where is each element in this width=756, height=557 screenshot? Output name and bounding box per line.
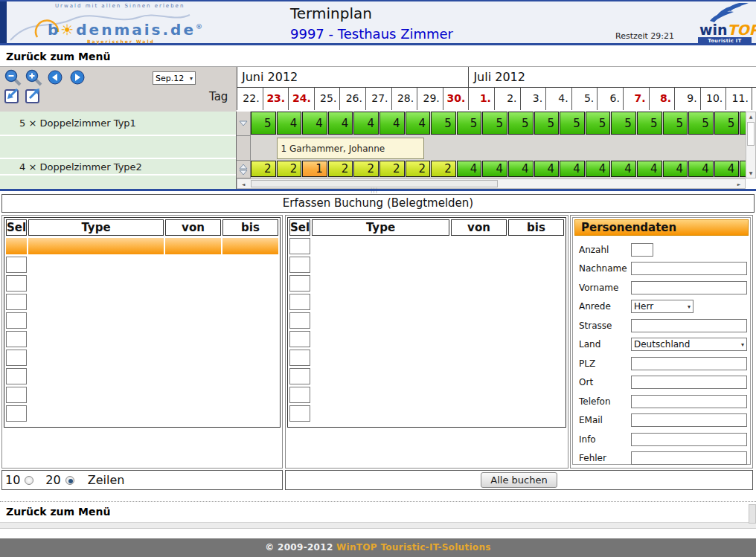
sel-checkbox[interactable] [6, 368, 27, 384]
availability-cell[interactable]: 4 [611, 161, 636, 177]
sel-checkbox[interactable] [6, 350, 27, 366]
back-to-menu-link[interactable]: Zurück zum Menü [6, 51, 110, 62]
availability-cell[interactable]: 5 [431, 112, 456, 135]
sel-checkbox[interactable] [289, 257, 310, 273]
sel-checkbox[interactable] [289, 350, 310, 366]
availability-cell[interactable]: 4 [688, 161, 714, 177]
sel-checkbox[interactable] [6, 312, 27, 329]
object-link[interactable]: 9997 - Testhaus Zimmer [290, 26, 453, 42]
strasse-input[interactable] [631, 319, 747, 332]
availability-cell[interactable]: 5 [637, 112, 662, 135]
availability-cell[interactable]: 2 [431, 161, 456, 177]
availability-cell[interactable]: 5 [560, 112, 585, 135]
expand-view-icon[interactable] [25, 86, 42, 107]
availability-cell[interactable]: 2 [406, 161, 431, 177]
availability-cell[interactable]: 2 [353, 161, 379, 177]
sel-checkbox[interactable] [6, 275, 27, 292]
booking-bar[interactable]: 1 Garhammer, Johanne [277, 138, 425, 159]
availability-cell[interactable]: 5 [457, 112, 482, 135]
availability-cell[interactable]: 4 [482, 161, 507, 177]
availability-cell[interactable]: 5 [663, 112, 688, 135]
selected-row-cell[interactable] [222, 238, 278, 254]
sel-checkbox[interactable] [289, 275, 310, 292]
availability-cell[interactable]: 1 [302, 161, 327, 177]
zeilen-radio-20[interactable] [65, 476, 74, 485]
availability-cell[interactable]: 4 [663, 161, 688, 177]
availability-cell[interactable]: 5 [740, 112, 746, 135]
expand-rows-icon[interactable] [237, 161, 251, 178]
sel-checkbox[interactable] [6, 257, 27, 273]
anrede-select[interactable]: Herr▾ [631, 300, 693, 313]
scroll-up-icon[interactable]: ▲ [746, 112, 755, 120]
period-select[interactable]: Sep.12 ▾ [153, 71, 196, 85]
sel-checkbox[interactable] [6, 294, 27, 310]
availability-cell[interactable]: 5 [482, 112, 507, 135]
vertical-scrollbar-thumb[interactable] [747, 122, 755, 146]
selected-row-cell[interactable] [6, 238, 27, 254]
company-link[interactable]: WinTOP Touristic-IT-Solutions [336, 542, 491, 553]
sel-checkbox[interactable] [289, 387, 310, 403]
wintop-wordmark: winTOP [699, 22, 756, 38]
sel-checkbox[interactable] [6, 405, 27, 422]
scroll-down-icon[interactable]: ▼ [746, 169, 755, 177]
nachname-input[interactable] [631, 262, 747, 275]
back-to-menu-link-bottom[interactable]: Zurück zum Menü [6, 506, 110, 518]
sel-checkbox[interactable] [289, 312, 310, 329]
availability-cell[interactable]: 4 [302, 112, 327, 135]
availability-cell[interactable]: 2 [277, 161, 302, 177]
telefon-input[interactable] [631, 395, 747, 408]
scroll-right-icon[interactable]: ► [734, 179, 743, 189]
ort-input[interactable] [631, 376, 747, 389]
availability-cell[interactable]: 2 [328, 161, 353, 177]
availability-cell[interactable]: 4 [740, 161, 746, 177]
availability-cell[interactable]: 4 [328, 112, 353, 135]
form-row: EMail [579, 411, 747, 431]
selected-row-cell[interactable] [28, 238, 164, 254]
availability-cell[interactable]: 2 [379, 161, 405, 177]
shrink-view-icon[interactable] [4, 86, 22, 107]
email-input[interactable] [631, 413, 747, 427]
availability-cell[interactable]: 4 [534, 161, 560, 177]
availability-cell[interactable]: 5 [251, 112, 276, 135]
sel-checkbox[interactable] [289, 331, 310, 347]
availability-cell[interactable]: 4 [586, 161, 611, 177]
sel-checkbox[interactable] [6, 387, 27, 403]
availability-cell[interactable]: 4 [637, 161, 662, 177]
availability-cell[interactable]: 4 [714, 161, 740, 177]
sel-checkbox[interactable] [289, 238, 310, 254]
availability-cell[interactable]: 4 [508, 161, 534, 177]
sel-checkbox[interactable] [289, 294, 310, 310]
availability-cell[interactable]: 5 [714, 112, 740, 135]
collapse-rows-icon[interactable] [237, 112, 251, 136]
availability-cell[interactable]: 4 [406, 112, 431, 135]
availability-cell[interactable]: 5 [586, 112, 611, 135]
anzahl-input[interactable] [631, 243, 653, 257]
sel-checkbox[interactable] [289, 368, 310, 384]
availability-cell[interactable]: 4 [379, 112, 405, 135]
availability-cell[interactable]: 4 [560, 161, 585, 177]
fehler-input[interactable] [631, 451, 747, 465]
availability-cell[interactable]: 5 [688, 112, 714, 135]
vorname-input[interactable] [631, 281, 747, 294]
land-select[interactable]: Deutschland▾ [631, 338, 747, 351]
scroll-left-icon[interactable]: ◄ [239, 179, 248, 189]
availability-cell[interactable]: 4 [353, 112, 379, 135]
sel-checkbox[interactable] [289, 405, 310, 422]
info-input[interactable] [631, 433, 747, 446]
vertical-scrollbar[interactable]: ▲ ▼ [746, 112, 756, 178]
horizontal-scrollbar[interactable]: ◄ ||| ► [237, 178, 746, 189]
selected-row-cell[interactable] [165, 238, 221, 254]
availability-cell[interactable]: 5 [534, 112, 560, 135]
availability-cell[interactable]: 4 [457, 161, 482, 177]
alle-buchen-button[interactable]: Alle buchen [481, 472, 557, 488]
plz-input[interactable] [631, 357, 747, 370]
zeilen-radio-10[interactable] [25, 476, 33, 485]
horizontal-scrollbar-thumb[interactable]: ||| [251, 180, 498, 187]
availability-cell[interactable]: 5 [508, 112, 534, 135]
availability-cell[interactable]: 4 [277, 112, 302, 135]
sel-checkbox[interactable] [6, 331, 27, 347]
next-period-icon[interactable] [70, 70, 85, 88]
availability-cell[interactable]: 2 [251, 161, 276, 177]
availability-cell[interactable]: 5 [611, 112, 636, 135]
prev-period-icon[interactable] [48, 70, 63, 88]
